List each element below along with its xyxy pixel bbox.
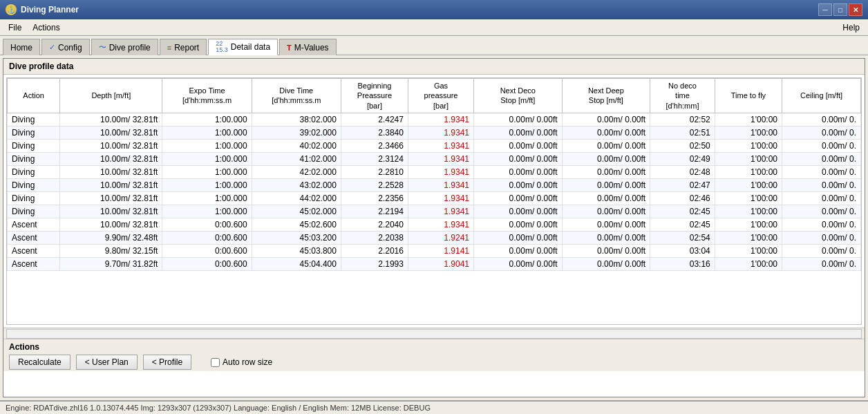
auto-row-size-checkbox[interactable] xyxy=(211,358,220,367)
report-icon: ≡ xyxy=(167,44,171,52)
dive-profile-icon: 〜 xyxy=(99,42,106,53)
actions-label: Actions xyxy=(9,342,859,352)
table-row: Ascent9.90m/ 32.48ft0:00.60045:03.2002.2… xyxy=(8,231,861,244)
table-row: Ascent10.00m/ 32.81ft0:00.60045:02.6002.… xyxy=(8,218,861,231)
menu-help[interactable]: Help xyxy=(837,21,865,34)
table-row: Diving10.00m/ 32.81ft1:00.00044:02.0002.… xyxy=(8,191,861,205)
status-text: Engine: RDATdive.zhl16 1.0.13074.445 Img… xyxy=(6,404,431,412)
table-row: Diving10.00m/ 32.81ft1:00.00045:02.0002.… xyxy=(8,205,861,218)
tab-config[interactable]: ✓ Config xyxy=(41,39,90,55)
col-header-gas-pressure: Gaspreassure[bar] xyxy=(408,79,473,113)
col-header-time-to-fly: Time to fly xyxy=(715,79,782,113)
user-plan-button[interactable]: < User Plan xyxy=(76,355,138,370)
col-header-next-deco: Next DecoStop [m/ft] xyxy=(474,79,563,113)
profile-button[interactable]: < Profile xyxy=(143,355,191,370)
recalculate-button[interactable]: Recalculate xyxy=(9,355,70,370)
title-bar: ⚓ Diving Planner ─ □ ✕ xyxy=(0,0,868,19)
col-header-expo: Expo Time[d'hh:mm:ss.m xyxy=(162,79,252,113)
data-table: Action Depth [m/ft] Expo Time[d'hh:mm:ss… xyxy=(7,78,861,271)
tab-home-label: Home xyxy=(10,43,32,53)
table-row: Diving10.00m/ 32.81ft1:00.00040:02.0002.… xyxy=(8,139,861,152)
tab-m-values[interactable]: T M-Values xyxy=(279,39,337,55)
window-title: Diving Planner xyxy=(21,5,818,15)
table-row: Ascent9.70m/ 31.82ft0:00.60045:04.4002.1… xyxy=(8,257,861,270)
table-row: Diving10.00m/ 32.81ft1:00.00041:02.0002.… xyxy=(8,152,861,165)
tab-dive-profile-label: Dive profile xyxy=(109,43,151,53)
col-header-dive: Dive Time[d'hh:mm:ss.m xyxy=(252,79,341,113)
menu-file[interactable]: File xyxy=(3,21,27,34)
menu-actions[interactable]: Actions xyxy=(27,21,65,34)
section-header: Dive profile data xyxy=(3,59,865,75)
horizontal-scrollbar[interactable] xyxy=(3,328,865,339)
table-row: Diving10.00m/ 32.81ft1:00.00043:02.0002.… xyxy=(8,178,861,191)
col-header-no-deco: No decotime[d'hh:mm] xyxy=(650,79,715,113)
m-values-icon: T xyxy=(287,44,292,52)
tab-detail-data[interactable]: 2215.3 Detail data xyxy=(208,39,278,55)
minimize-button[interactable]: ─ xyxy=(818,3,832,16)
auto-row-size-container: Auto row size xyxy=(211,357,272,367)
menu-bar: File Actions Help xyxy=(0,19,868,36)
tab-detail-data-label: Detail data xyxy=(231,42,270,52)
col-header-next-deep: Next DeepStop [m/ft] xyxy=(562,79,650,113)
tab-bar: Home ✓ Config 〜 Dive profile ≡ Report 22… xyxy=(0,36,868,55)
table-row: Diving10.00m/ 32.81ft1:00.00039:02.0002.… xyxy=(8,126,861,139)
col-header-action: Action xyxy=(8,79,60,113)
config-icon: ✓ xyxy=(49,43,55,52)
tab-dive-profile[interactable]: 〜 Dive profile xyxy=(91,39,158,55)
auto-row-size-label: Auto row size xyxy=(223,357,272,367)
col-header-depth: Depth [m/ft] xyxy=(60,79,162,113)
table-row: Ascent9.80m/ 32.15ft0:00.60045:03.8002.2… xyxy=(8,244,861,257)
close-button[interactable]: ✕ xyxy=(849,3,862,16)
table-row: Diving10.00m/ 32.81ft1:00.00038:02.0002.… xyxy=(8,113,861,126)
col-header-beg-pressure: BeginningPreassure[bar] xyxy=(341,79,408,113)
table-row: Diving10.00m/ 32.81ft1:00.00042:02.0002.… xyxy=(8,165,861,178)
tab-config-label: Config xyxy=(58,43,82,53)
app-icon: ⚓ xyxy=(6,4,17,15)
tab-m-values-label: M-Values xyxy=(294,43,329,53)
tab-report-label: Report xyxy=(174,43,199,53)
status-bar: Engine: RDATdive.zhl16 1.0.13074.445 Img… xyxy=(0,400,868,414)
detail-data-icon: 2215.3 xyxy=(216,41,228,53)
tab-report[interactable]: ≡ Report xyxy=(160,39,207,55)
tab-home[interactable]: Home xyxy=(3,39,40,55)
maximize-button[interactable]: □ xyxy=(833,3,847,16)
data-table-container[interactable]: Action Depth [m/ft] Expo Time[d'hh:mm:ss… xyxy=(6,77,862,325)
col-header-ceiling: Ceiling [m/ft] xyxy=(782,79,861,113)
